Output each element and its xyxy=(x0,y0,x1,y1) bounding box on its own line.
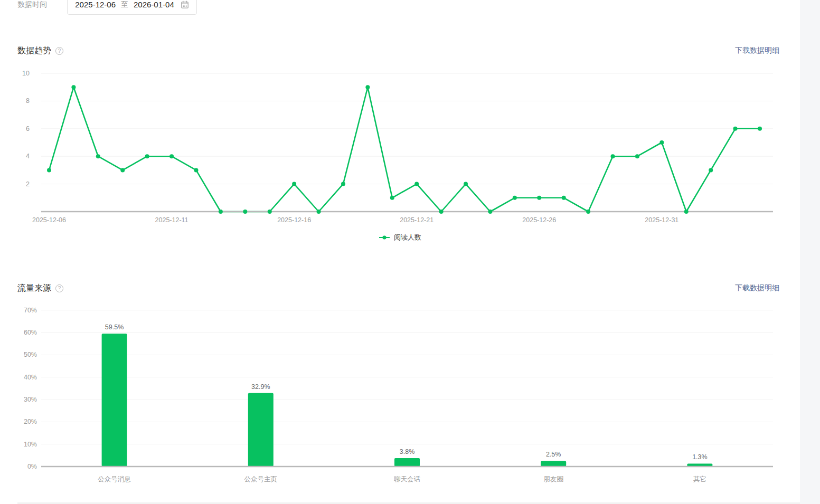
svg-text:10%: 10% xyxy=(24,441,37,448)
calendar-icon xyxy=(181,1,189,9)
page-right-gutter xyxy=(800,0,820,504)
source-help-icon[interactable]: ? xyxy=(55,284,63,292)
svg-text:59.5%: 59.5% xyxy=(105,324,124,331)
bar-聊天会话 xyxy=(394,458,420,467)
data-time-label: 数据时间 xyxy=(17,0,47,8)
svg-text:30%: 30% xyxy=(24,396,37,403)
svg-text:朋友圈: 朋友圈 xyxy=(543,476,563,483)
date-range-picker[interactable]: 2025-12-06 至 2026-01-04 xyxy=(67,0,197,15)
svg-text:32.9%: 32.9% xyxy=(251,383,270,391)
svg-text:2.5%: 2.5% xyxy=(546,451,561,458)
legend-item-readers[interactable]: 阅读人数 xyxy=(379,233,421,242)
analytics-page: 数据时间 2025-12-06 至 2026-01-04 数据趋势 ? 下载数据… xyxy=(0,0,820,504)
trend-section-title: 数据趋势 xyxy=(17,45,51,56)
trend-download-link[interactable]: 下载数据明细 xyxy=(735,46,779,55)
svg-text:50%: 50% xyxy=(24,351,37,358)
source-bar-chart: 0%10%20%30%40%50%60%70%59.5%公众号消息32.9%公众… xyxy=(0,303,800,486)
svg-text:公众号消息: 公众号消息 xyxy=(98,476,131,483)
svg-text:聊天会话: 聊天会话 xyxy=(394,476,421,483)
svg-text:20%: 20% xyxy=(24,418,37,425)
date-range-start: 2025-12-06 xyxy=(75,0,116,9)
svg-text:8: 8 xyxy=(26,97,30,104)
svg-text:0%: 0% xyxy=(27,463,37,470)
bar-公众号主页 xyxy=(248,393,274,467)
svg-text:40%: 40% xyxy=(24,374,37,381)
source-download-link[interactable]: 下载数据明细 xyxy=(735,283,779,293)
legend-label: 阅读人数 xyxy=(394,233,421,242)
svg-text:4: 4 xyxy=(26,153,30,160)
date-range-separator: 至 xyxy=(121,0,128,9)
line-series-marker-icon xyxy=(379,235,390,240)
svg-text:2025-12-21: 2025-12-21 xyxy=(400,216,433,224)
svg-text:3.8%: 3.8% xyxy=(400,448,415,455)
svg-text:2025-12-31: 2025-12-31 xyxy=(645,216,678,224)
trend-legend: 阅读人数 xyxy=(0,233,800,242)
svg-text:60%: 60% xyxy=(24,329,37,336)
bar-公众号消息 xyxy=(102,334,127,467)
svg-text:其它: 其它 xyxy=(693,476,706,483)
trend-help-icon[interactable]: ? xyxy=(55,47,63,55)
trend-line-chart: 2468102025-12-062025-12-112025-12-162025… xyxy=(0,63,800,230)
svg-text:2025-12-16: 2025-12-16 xyxy=(277,216,311,224)
svg-text:1.3%: 1.3% xyxy=(692,453,708,461)
bar-朋友圈 xyxy=(541,461,566,467)
trend-section-header: 数据趋势 ? 下载数据明细 xyxy=(17,45,779,56)
svg-text:6: 6 xyxy=(26,125,30,132)
date-range-end: 2026-01-04 xyxy=(134,0,174,9)
svg-text:10: 10 xyxy=(22,70,30,77)
svg-text:2025-12-26: 2025-12-26 xyxy=(522,216,556,224)
source-section-title: 流量来源 xyxy=(17,283,51,294)
svg-text:2025-12-11: 2025-12-11 xyxy=(155,216,188,224)
svg-text:70%: 70% xyxy=(24,307,37,314)
svg-text:2: 2 xyxy=(26,180,30,188)
source-section-header: 流量来源 ? 下载数据明细 xyxy=(17,283,779,293)
svg-text:公众号主页: 公众号主页 xyxy=(244,476,278,483)
svg-text:2025-12-06: 2025-12-06 xyxy=(32,216,66,224)
